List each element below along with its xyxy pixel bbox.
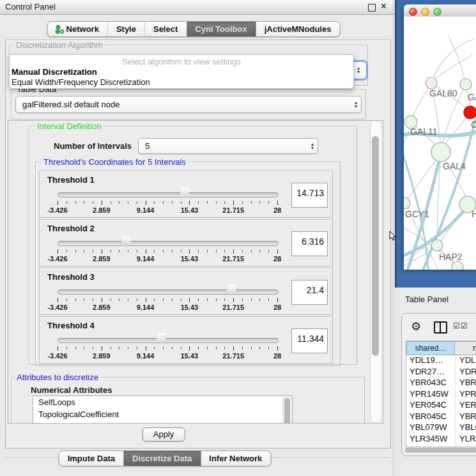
list-scrollbar-thumb[interactable]	[284, 398, 290, 424]
table-data-combobox[interactable]: galFiltered.sif default node ▲▼	[15, 96, 362, 113]
top-tabstrip: Network Style Select Cyni Toolbox jActiv…	[47, 21, 341, 37]
attribute-item[interactable]: BetweennessCentrality	[33, 420, 292, 424]
threshold-value-field[interactable]: 14.713	[291, 183, 328, 208]
slider-tick-labels: -3.4262.8599.14415.4321.71528	[58, 255, 277, 263]
tab-discretize-data[interactable]: Discretize Data	[124, 451, 201, 466]
float-window-icon[interactable]	[368, 4, 376, 12]
slider-tick-labels: -3.4262.8599.14415.4321.71528	[58, 206, 277, 214]
network-node-label[interactable]: GA	[468, 92, 476, 102]
network-canvas[interactable]: GAL80GACGAL11GAL4GCY1HHAP2	[404, 17, 476, 270]
table-row[interactable]: YDL19… YDL1	[406, 355, 476, 366]
network-view-window: GAL80GACGAL11GAL4GCY1HHAP2	[404, 4, 476, 270]
slider-track[interactable]	[58, 289, 279, 295]
settings-scrollbar-thumb[interactable]	[372, 136, 379, 356]
attributes-group-label: Attributes to discretize	[15, 373, 100, 381]
tab-cyni-toolbox[interactable]: Cyni Toolbox	[187, 22, 256, 36]
tab-style[interactable]: Style	[108, 22, 145, 36]
network-node-label[interactable]: GAL4	[443, 161, 466, 171]
apply-button[interactable]: Apply	[142, 427, 185, 441]
table-header: shared… n	[406, 341, 476, 355]
tab-select[interactable]: Select	[145, 22, 187, 36]
minimize-traffic-light[interactable]	[421, 8, 429, 16]
threshold-label: Threshold 4	[47, 321, 95, 330]
bottom-tabstrip: Impute Data Discretize Data Infer Networ…	[59, 450, 272, 466]
table-row[interactable]: YLR345W YLR3	[406, 434, 476, 445]
close-icon[interactable]: ✕	[380, 1, 387, 11]
threshold-slider[interactable]: -3.4262.8599.14415.4321.71528	[58, 187, 277, 215]
threshold-value-field[interactable]: 6.316	[291, 231, 328, 256]
table-panel: ⚙ ☑☑ shared… n YDL19… YDL1 YDR27… YDR2	[401, 313, 476, 456]
number-of-intervals-spinner[interactable]: 5 ▲▼	[138, 138, 318, 154]
numerical-attributes-list[interactable]: SelfLoopsTopologicalCoefficientBetweenne…	[33, 395, 293, 424]
network-window-titlebar[interactable]	[404, 4, 476, 17]
slider-ticks	[58, 201, 277, 205]
threshold-value-field[interactable]: 11.344	[291, 328, 328, 353]
select-columns-icon[interactable]: ☑☑	[453, 321, 468, 330]
list-scrollbar[interactable]	[282, 397, 291, 424]
control-panel-titlebar: Control Panel ✕	[0, 0, 395, 15]
tab-infer-network[interactable]: Infer Network	[201, 451, 270, 466]
attribute-items: SelfLoopsTopologicalCoefficientBetweenne…	[33, 396, 292, 424]
table-row[interactable]: YER054C YER0	[406, 400, 476, 411]
spinner-arrows-icon: ▲▼	[307, 142, 318, 150]
network-node-label[interactable]: HAP2	[439, 252, 463, 262]
attribute-item[interactable]: TopologicalCoefficient	[33, 408, 292, 420]
threshold-label: Threshold 3	[47, 272, 95, 282]
zoom-traffic-light[interactable]	[433, 8, 441, 16]
network-node-label[interactable]: GCY1	[405, 209, 429, 219]
table-row[interactable]: YBL079W YBL0	[406, 422, 476, 433]
network-node-label[interactable]: H	[472, 209, 476, 219]
number-of-intervals-label: Number of Intervals	[54, 141, 132, 151]
interval-definition-label: Interval Definition	[35, 122, 103, 130]
threshold-panel: Threshold 4 -3.4262.8599.14415.4321.7152…	[39, 316, 333, 364]
dropdown-option-equal-width[interactable]: Equal Width/Frequency Discretization	[12, 77, 150, 87]
slider-tick-labels: -3.4262.8599.14415.4321.71528	[58, 352, 277, 360]
threshold-slider[interactable]: -3.4262.8599.14415.4321.71528	[58, 235, 277, 263]
table-horizontal-scrollbar[interactable]	[404, 447, 476, 453]
threshold-panel: Threshold 2 -3.4262.8599.14415.4321.7152…	[39, 219, 333, 266]
attribute-item[interactable]: SelfLoops	[33, 396, 292, 408]
threshold-value-field[interactable]: 21.4	[291, 280, 328, 305]
table-data-value: galFiltered.sif default node	[16, 100, 351, 109]
network-node-label[interactable]: C	[471, 119, 476, 130]
column-layout-icon[interactable]	[434, 321, 447, 334]
gear-icon[interactable]: ⚙	[411, 319, 421, 334]
dropdown-option-manual[interactable]: Manual Discretization	[12, 67, 97, 77]
close-traffic-light[interactable]	[409, 8, 417, 16]
slider-track[interactable]	[58, 241, 279, 246]
tab-jactivemnodules[interactable]: jActiveMNodules	[256, 22, 340, 36]
network-graph	[404, 17, 476, 270]
network-tab-icon	[56, 25, 63, 33]
slider-track[interactable]	[58, 192, 279, 197]
settings-vertical-scrollbar[interactable]	[370, 121, 381, 422]
combo-arrows-icon: ▲▼	[353, 66, 364, 74]
threshold-panel: Threshold 1 -3.4262.8599.14415.4321.7152…	[39, 171, 333, 218]
table-row[interactable]: YDR27… YDR2	[406, 367, 476, 378]
slider-ticks	[58, 298, 277, 302]
table-row[interactable]: YBR043C YBR0	[406, 378, 476, 388]
threshold-panel: Threshold 3 -3.4262.8599.14415.4321.7152…	[39, 268, 333, 315]
slider-ticks	[58, 346, 277, 351]
column-header-name[interactable]: n	[455, 341, 476, 355]
threshold-label: Threshold 2	[47, 224, 95, 233]
tab-network[interactable]: Network	[48, 22, 108, 36]
number-of-intervals-value: 5	[139, 141, 307, 151]
discretization-algorithm-label: Discretization Algorithm	[14, 41, 105, 49]
column-header-shared-name[interactable]: shared…	[406, 341, 455, 355]
combo-arrows-icon: ▲▼	[351, 101, 361, 109]
node-table[interactable]: shared… n YDL19… YDL1 YDR27… YDR2	[406, 341, 476, 447]
dropdown-hint: Select algorithm to view settings	[10, 57, 353, 66]
settings-scrollpane: Interval Definition Number of Intervals …	[8, 120, 383, 424]
tab-impute-data[interactable]: Impute Data	[59, 451, 124, 466]
threshold-slider[interactable]: -3.4262.8599.14415.4321.71528	[58, 284, 277, 312]
table-row[interactable]: YBR045C YBR0	[406, 411, 476, 422]
table-hscrollbar-thumb[interactable]	[405, 448, 476, 452]
table-row[interactable]: YPR145W YPR1	[406, 389, 476, 400]
threshold-slider[interactable]: -3.4262.8599.14415.4321.71528	[58, 332, 277, 360]
thresholds-group-label: Threshold's Coordinates for 5 Intervals	[42, 158, 188, 166]
network-node-label[interactable]: GAL11	[410, 127, 438, 137]
panel-title: Control Panel	[5, 2, 56, 12]
slider-track[interactable]	[58, 338, 279, 343]
network-node-label[interactable]: GAL80	[429, 88, 457, 98]
tab-network-label: Network	[66, 24, 99, 34]
